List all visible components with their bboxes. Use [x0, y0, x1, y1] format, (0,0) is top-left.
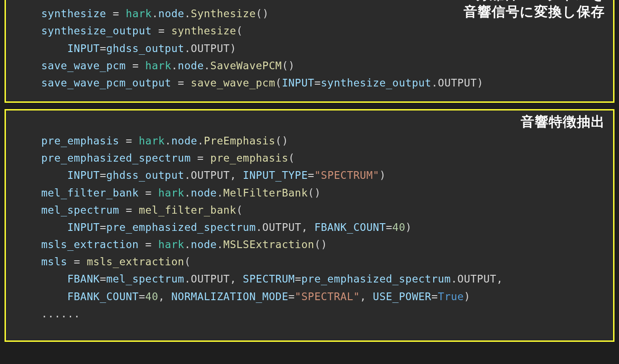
annotation-feature-extraction: 音響特徴抽出	[521, 113, 605, 130]
annotation-synth-save: 分離音スペクトルを音響信号に変換し保存	[464, 0, 605, 21]
code-box-feature-extraction: 音響特徴抽出 pre_emphasis = hark.node.PreEmpha…	[5, 109, 614, 342]
code-box-synthesize-save: 分離音スペクトルを音響信号に変換し保存 ...... synthesize = …	[5, 0, 614, 103]
slide-stage: 分離音スペクトルを音響信号に変換し保存 ...... synthesize = …	[0, 0, 619, 346]
code-block-feature-extraction: pre_emphasis = hark.node.PreEmphasis() p…	[6, 132, 613, 322]
